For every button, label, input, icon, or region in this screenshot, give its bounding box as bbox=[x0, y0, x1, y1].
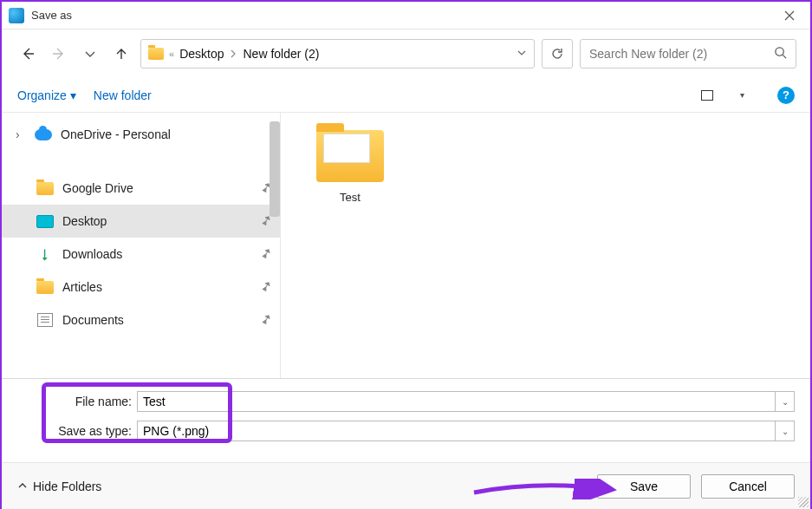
tree-documents[interactable]: Documents bbox=[2, 303, 280, 336]
nav-tree: › OneDrive - Personal Google Drive Deskt… bbox=[2, 113, 281, 378]
breadcrumb-desktop[interactable]: Desktop bbox=[179, 47, 224, 61]
arrow-right-icon bbox=[52, 47, 66, 61]
pin-icon bbox=[258, 278, 274, 296]
chevron-down-icon bbox=[83, 47, 97, 61]
window-title: Save as bbox=[31, 9, 772, 22]
recent-dropdown[interactable] bbox=[78, 42, 102, 66]
body: › OneDrive - Personal Google Drive Deskt… bbox=[2, 113, 810, 378]
arrow-up-icon bbox=[114, 47, 128, 61]
filetype-select[interactable] bbox=[137, 421, 776, 441]
folder-icon bbox=[316, 130, 384, 182]
filename-input[interactable] bbox=[137, 391, 776, 412]
titlebar: Save as bbox=[2, 2, 810, 29]
breadcrumb-dropdown[interactable] bbox=[516, 46, 527, 62]
hide-folders-button[interactable]: Hide Folders bbox=[17, 480, 101, 493]
footer: Hide Folders Save Cancel bbox=[2, 462, 810, 509]
tree-label: Articles bbox=[62, 280, 102, 294]
svg-point-0 bbox=[776, 47, 783, 55]
tree-label: Documents bbox=[62, 313, 124, 327]
folder-icon bbox=[148, 48, 164, 60]
tree-gdrive[interactable]: Google Drive bbox=[2, 172, 280, 205]
folder-icon bbox=[36, 281, 54, 294]
cancel-button[interactable]: Cancel bbox=[701, 474, 795, 499]
tree-label: Downloads bbox=[62, 247, 122, 261]
search-box[interactable] bbox=[580, 39, 796, 69]
tree-label: Google Drive bbox=[62, 181, 133, 195]
filename-label: File name: bbox=[45, 395, 132, 408]
tree-scrollbar[interactable] bbox=[270, 121, 280, 217]
app-icon bbox=[9, 8, 24, 23]
cloud-icon bbox=[35, 129, 52, 140]
download-icon: ⭣ bbox=[36, 245, 54, 263]
tree-desktop[interactable]: Desktop bbox=[2, 205, 280, 238]
desktop-icon bbox=[36, 215, 54, 228]
forward-button[interactable] bbox=[47, 42, 71, 66]
save-as-dialog: Save as « Desktop New folder (2) bbox=[0, 0, 812, 509]
navbar: « Desktop New folder (2) bbox=[2, 29, 810, 78]
tree-downloads[interactable]: ⭣ Downloads bbox=[2, 238, 280, 271]
expand-icon[interactable]: › bbox=[16, 127, 26, 141]
pin-icon bbox=[258, 245, 274, 263]
save-button[interactable]: Save bbox=[597, 474, 691, 499]
search-icon[interactable] bbox=[774, 46, 787, 62]
tree-label: OneDrive - Personal bbox=[61, 127, 171, 141]
help-button[interactable]: ? bbox=[777, 87, 795, 104]
fields-panel: File name: ⌄ Save as type: ⌄ bbox=[2, 378, 810, 462]
chevron-right-icon bbox=[229, 46, 237, 62]
view-icon bbox=[701, 90, 713, 101]
command-bar: Organize ▾ New folder ▾ ? bbox=[2, 78, 810, 113]
pin-icon bbox=[258, 311, 274, 329]
chevron-up-icon bbox=[17, 480, 28, 493]
breadcrumb-newfolder[interactable]: New folder (2) bbox=[243, 47, 319, 61]
new-folder-button[interactable]: New folder bbox=[94, 88, 152, 102]
arrow-left-icon bbox=[21, 47, 35, 61]
tree-articles[interactable]: Articles bbox=[2, 271, 280, 303]
filetype-label: Save as type: bbox=[45, 424, 132, 438]
resize-grip[interactable] bbox=[798, 497, 809, 507]
filename-dropdown[interactable]: ⌄ bbox=[776, 391, 795, 412]
back-button[interactable] bbox=[16, 42, 40, 66]
file-list[interactable]: Test bbox=[281, 113, 810, 378]
close-icon bbox=[784, 10, 795, 21]
search-input[interactable] bbox=[589, 47, 767, 61]
organize-label: Organize bbox=[17, 88, 67, 102]
organize-menu[interactable]: Organize ▾ bbox=[17, 88, 76, 102]
hide-folders-label: Hide Folders bbox=[33, 480, 101, 493]
filetype-dropdown[interactable]: ⌄ bbox=[776, 421, 795, 441]
refresh-icon bbox=[550, 47, 564, 61]
folder-name: Test bbox=[307, 191, 393, 204]
folder-icon bbox=[36, 182, 54, 195]
annotation-arrow bbox=[470, 479, 617, 499]
documents-icon bbox=[37, 313, 53, 327]
breadcrumb-root: « bbox=[169, 49, 174, 59]
refresh-button[interactable] bbox=[542, 39, 573, 69]
close-button[interactable] bbox=[772, 3, 807, 28]
caret-down-icon: ▾ bbox=[70, 88, 76, 102]
folder-item-test[interactable]: Test bbox=[307, 130, 393, 204]
breadcrumb-bar[interactable]: « Desktop New folder (2) bbox=[140, 39, 535, 69]
tree-onedrive[interactable]: › OneDrive - Personal bbox=[2, 118, 280, 151]
tree-label: Desktop bbox=[62, 214, 107, 228]
up-button[interactable] bbox=[109, 42, 133, 66]
view-button[interactable] bbox=[697, 88, 718, 103]
view-dropdown[interactable]: ▾ bbox=[740, 90, 744, 100]
